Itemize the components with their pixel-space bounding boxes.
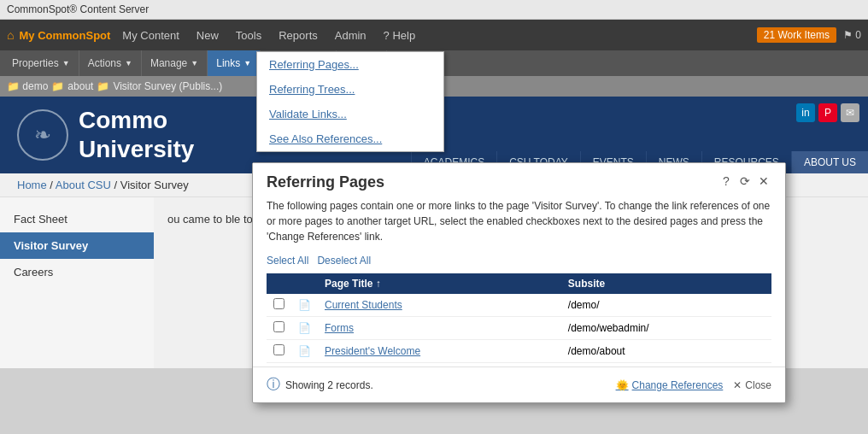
nav-my-content[interactable]: My Content — [114, 20, 187, 50]
site-nav-about-us[interactable]: ABOUT US — [791, 151, 868, 173]
dropdown-item-see-also-references[interactable]: See Also References... — [257, 126, 443, 151]
subsite-cell-3: /demo/about — [561, 340, 771, 363]
deselect-all-link[interactable]: Deselect All — [317, 255, 371, 267]
nav-tools[interactable]: Tools — [227, 20, 270, 50]
app-title: CommonSpot® Content Server — [7, 3, 149, 15]
home-icon[interactable]: ⌂ — [7, 28, 14, 42]
breadcrumb-demo[interactable]: 📁 demo — [7, 80, 48, 92]
modal-footer-actions: 🌞 Change References ✕ Close — [616, 379, 771, 391]
dropdown-item-referring-trees[interactable]: Referring Trees... — [257, 77, 443, 102]
modal-refresh-button[interactable]: ⟳ — [737, 173, 753, 189]
breadcrumb-visitor-survey[interactable]: Visitor Survey (Publis...) — [113, 80, 222, 92]
linkedin-icon[interactable]: in — [796, 103, 815, 122]
site-social: in P ✉ — [796, 103, 859, 122]
subnav-actions[interactable]: Actions ▼ — [79, 50, 142, 76]
modal-close-x-button[interactable]: ✕ — [756, 173, 771, 189]
breadcrumb-about[interactable]: about — [67, 80, 93, 92]
record-count: Showing 2 records. — [285, 379, 373, 391]
col-icon — [291, 273, 318, 294]
main-nav-items: My Content New Tools Reports Admin ? Hel… — [114, 20, 424, 50]
modal-body: The following pages contain one or more … — [253, 191, 785, 251]
breadcrumb-about-csu-link[interactable]: About CSU — [56, 179, 111, 191]
pinterest-icon[interactable]: P — [818, 103, 837, 122]
close-icon: ✕ — [733, 379, 742, 391]
modal-footer-info: ⓘ Showing 2 records. — [267, 376, 373, 394]
page-title-link-3[interactable]: President's Welcome — [325, 345, 420, 357]
sidebar: Fact Sheet Visitor Survey Careers — [0, 197, 154, 368]
site-logo: ❧ — [17, 109, 68, 161]
nav-admin[interactable]: Admin — [326, 20, 375, 50]
subnav-properties[interactable]: Properties ▼ — [3, 50, 79, 76]
col-checkbox — [267, 273, 291, 294]
table-row: 📄 Forms /demo/webadmin/ — [267, 317, 771, 340]
chevron-down-icon: ▼ — [125, 59, 132, 67]
subsite-cell-2: /demo/webadmin/ — [561, 317, 771, 340]
dropdown-item-validate-links[interactable]: Validate Links... — [257, 102, 443, 126]
nav-reports[interactable]: Reports — [270, 20, 326, 50]
table-row: 📄 Current Students /demo/ — [267, 294, 771, 317]
modal-header: Referring Pages ? ⟳ ✕ — [253, 163, 785, 191]
modal-select-links: Select All Deselect All — [253, 251, 785, 270]
breadcrumb-home-link[interactable]: Home — [17, 179, 47, 191]
links-dropdown-menu: Referring Pages... Referring Trees... Va… — [256, 51, 444, 152]
page-title-link-2[interactable]: Forms — [325, 322, 354, 334]
breadcrumb-current-page: Visitor Survey — [120, 179, 189, 191]
page-icon-2: 📄 — [298, 322, 311, 334]
page-title-link-1[interactable]: Current Students — [325, 299, 402, 311]
col-subsite[interactable]: Subsite — [561, 273, 771, 294]
sidebar-item-fact-sheet[interactable]: Fact Sheet — [0, 206, 154, 232]
my-commonspot-link[interactable]: My CommonSpot — [19, 29, 110, 42]
dropdown-item-referring-pages[interactable]: Referring Pages... — [257, 52, 443, 77]
info-icon: ⓘ — [267, 376, 280, 394]
table-row: 📄 President's Welcome /demo/about — [267, 340, 771, 363]
chevron-down-icon: ▼ — [62, 59, 70, 67]
subnav-manage[interactable]: Manage ▼ — [142, 50, 208, 76]
main-nav-right: 21 Work Items ⚑ 0 — [757, 27, 861, 43]
top-bar: CommonSpot® Content Server — [0, 0, 868, 20]
sidebar-item-careers[interactable]: Careers — [0, 259, 154, 285]
page-icon-1: 📄 — [298, 299, 311, 311]
col-page-title[interactable]: Page Title ↑ — [318, 273, 561, 294]
work-items-badge[interactable]: 21 Work Items — [757, 27, 836, 43]
modal-title: Referring Pages — [267, 173, 384, 191]
modal-footer: ⓘ Showing 2 records. 🌞 Change References… — [253, 367, 785, 402]
subnav-links[interactable]: Links ▼ — [208, 50, 261, 76]
sidebar-item-visitor-survey[interactable]: Visitor Survey — [0, 232, 154, 259]
chevron-down-icon: ▼ — [243, 59, 251, 67]
site-title: Commo University — [79, 106, 194, 163]
modal-controls: ? ⟳ ✕ — [718, 173, 771, 189]
main-nav: ⌂ My CommonSpot My Content New Tools Rep… — [0, 20, 868, 50]
page-icon-3: 📄 — [298, 345, 311, 357]
modal-description: The following pages contain one or more … — [267, 200, 770, 243]
email-icon[interactable]: ✉ — [841, 103, 859, 122]
change-references-button[interactable]: 🌞 Change References — [616, 379, 724, 391]
select-all-link[interactable]: Select All — [267, 255, 308, 267]
nav-help[interactable]: ? Help — [375, 20, 425, 50]
modal-help-button[interactable]: ? — [718, 173, 734, 189]
row-checkbox-3[interactable] — [273, 344, 284, 355]
chevron-down-icon: ▼ — [191, 59, 198, 67]
site-logo-area: ❧ Commo University — [17, 106, 194, 163]
referring-pages-modal: Referring Pages ? ⟳ ✕ The following page… — [252, 162, 786, 403]
row-checkbox-1[interactable] — [273, 298, 284, 309]
modal-table: Page Title ↑ Subsite 📄 Current Students … — [267, 273, 771, 363]
close-button[interactable]: ✕ Close — [733, 379, 771, 391]
flag-badge: ⚑ 0 — [843, 29, 861, 41]
nav-new[interactable]: New — [188, 20, 227, 50]
row-checkbox-2[interactable] — [273, 321, 284, 332]
subsite-cell-1: /demo/ — [561, 294, 771, 317]
change-references-icon: 🌞 — [616, 379, 629, 391]
